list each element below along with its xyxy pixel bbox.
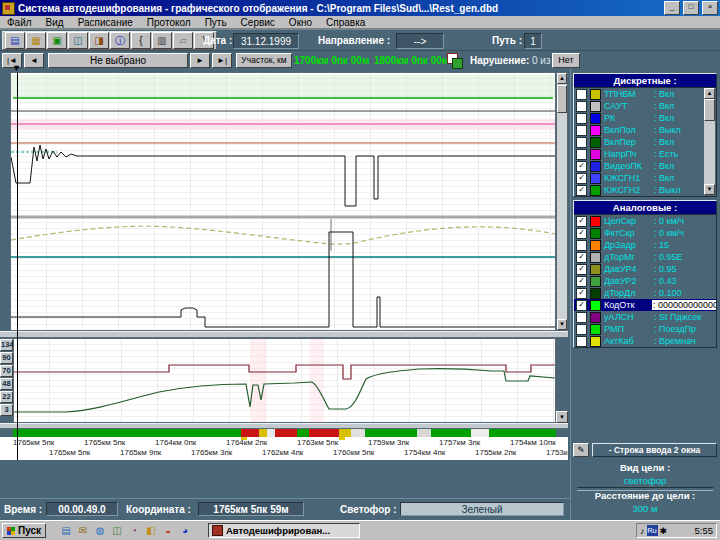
prev-button[interactable]: ◄ [24,53,44,68]
channel-row[interactable]: САУТ: Вкл [574,100,704,112]
mail-icon[interactable]: ✉ [76,524,90,537]
range-start-value[interactable]: 1700км 0пк 00м [294,55,369,66]
scale-button[interactable]: ◨ [89,32,109,49]
info-button[interactable]: ⓘ [110,32,130,49]
range-end-value[interactable]: 1800км 0пк 00м [374,55,449,66]
menu-item-окно[interactable]: Окно [282,17,319,28]
globe-icon[interactable]: ◍ [93,524,107,537]
channel-row[interactable]: ДрЗадр: 15 [574,239,716,251]
channel-checkbox[interactable]: ✓ [576,161,587,172]
channel-row[interactable]: ✓дТорМг: 0.95Е [574,251,716,263]
scroll-up-icon[interactable]: ▲ [704,88,715,99]
channel-checkbox[interactable] [576,137,587,148]
channel-checkbox[interactable]: ✓ [576,264,587,275]
channel-checkbox[interactable] [576,101,587,112]
channel-row[interactable]: ✓КЖСГН2: Выкл [574,184,704,196]
signal-field[interactable]: Зеленый [400,502,564,516]
channel-row[interactable]: ✓КодОтк: 000000000000 [574,299,716,311]
channel-checkbox[interactable] [576,240,587,251]
channel-row[interactable]: ВклПер: Вкл [574,136,704,148]
channel-checkbox[interactable]: ✓ [576,252,587,263]
channel-row[interactable]: ВклПол: Выкл [574,124,704,136]
menu-item-вид[interactable]: Вид [39,17,71,28]
print-button[interactable]: ▥ [152,32,172,49]
edit-icon[interactable]: ✎ [573,443,589,457]
splitter-bar[interactable] [0,331,568,338]
channel-checkbox[interactable] [576,324,587,335]
direction-field[interactable]: --> [396,33,444,49]
channel-checkbox[interactable] [576,89,587,100]
scroll-thumb[interactable] [704,99,715,121]
channel-checkbox[interactable]: ✓ [576,173,587,184]
menu-item-путь[interactable]: Путь [198,17,234,28]
channel-row[interactable]: РК: Вкл [574,112,704,124]
scheduler-icon[interactable]: ✱ [660,525,668,537]
channel-row[interactable]: ✓ВидеоПК: Вкл [574,160,704,172]
window-button[interactable]: ▱ [173,32,193,49]
channel-row[interactable]: ✓дТорДл: 0.100 [574,287,716,299]
menu-item-файл[interactable]: Файл [0,17,39,28]
monitor-button[interactable]: ◫ [68,32,88,49]
scroll-down-icon[interactable]: ▼ [704,184,715,195]
discrete-scrollbar[interactable]: ▲ ▼ [704,88,715,195]
no-button[interactable]: Нет [552,53,580,68]
channel-row[interactable]: ✓ДавУР2: 0.43 [574,275,716,287]
task-button[interactable]: Автодешифрирован... [208,523,360,538]
menu-item-сервис[interactable]: Сервис [234,17,282,28]
cursor-line[interactable] [17,72,18,460]
channel-row[interactable]: ✓КЖСГН1: Вкл [574,172,704,184]
volume-icon[interactable]: ♪ [640,525,645,537]
channel-checkbox[interactable]: ✓ [576,276,587,287]
channel-checkbox[interactable]: ✓ [576,300,587,311]
section-button[interactable]: Участок, км [236,53,292,68]
channel-checkbox[interactable]: ✓ [576,228,587,239]
channel-checkbox[interactable]: ✓ [576,216,587,227]
channel-checkbox[interactable] [576,336,587,347]
channel-checkbox[interactable] [576,125,587,136]
channel-checkbox[interactable] [576,312,587,323]
channel-checkbox[interactable] [576,113,587,124]
channel-checkbox[interactable]: ✓ [576,185,587,196]
speed-chart[interactable] [13,338,556,423]
brace-button[interactable]: { [131,32,151,49]
folder-icon[interactable]: ◧ [144,524,158,537]
selection-combo[interactable]: Не выбрано [48,53,188,68]
clock-icon[interactable]: ◔ [127,524,141,537]
scroll-up-icon[interactable]: ▲ [557,73,567,84]
title-bar[interactable]: Система автодешифрования - графического … [0,0,720,16]
channel-checkbox[interactable] [576,149,587,160]
menu-item-справка[interactable]: Справка [319,17,372,28]
channel-row[interactable]: ✓ФктСкр: 0 км/ч [574,227,716,239]
channel-row[interactable]: НапрПч: Есть [574,148,704,160]
graph-button[interactable]: ▣ [47,32,67,49]
new-file-button[interactable]: ▤ [5,32,25,49]
close-button[interactable]: × [702,1,718,15]
channel-checkbox[interactable]: ✓ [576,288,587,299]
channel-row[interactable]: уАЛСН: St Пджсек [574,311,716,323]
start-button[interactable]: Пуск [2,523,46,538]
path-field[interactable]: 1 [524,33,542,49]
last-button[interactable]: ►| [212,53,232,68]
doc-icon[interactable]: ◫ [110,524,124,537]
upper-chart[interactable] [10,72,556,331]
scroll-down-icon[interactable]: ▼ [556,411,568,423]
open-folder-button[interactable]: ▦ [26,32,46,49]
lang-indicator-icon[interactable]: Ru [647,525,658,536]
desktop-icon[interactable]: ▤ [59,524,73,537]
channel-row[interactable]: АктКаб: Времнач [574,335,716,347]
channel-row[interactable]: РМП: ПоездПр [574,323,716,335]
scroll-thumb[interactable] [557,85,567,113]
browser-icon[interactable]: ◕ [178,524,192,537]
channel-row[interactable]: ✓ДавУР4: 0.95 [574,263,716,275]
minimize-button[interactable]: _ [664,1,680,15]
chart-scrollbar[interactable]: ▲ ▼ [556,72,568,331]
maximize-button[interactable]: □ [683,1,699,15]
scroll-down-icon[interactable]: ▼ [557,319,567,330]
next-button[interactable]: ► [190,53,210,68]
menu-item-расписание[interactable]: Расписание [71,17,140,28]
channel-row[interactable]: ТПНБМ: Вкл [574,88,704,100]
menu-item-протокол[interactable]: Протокол [140,17,198,28]
media-icon[interactable]: ◒ [161,524,175,537]
date-field[interactable]: 31.12.1999 [233,33,299,49]
channel-row[interactable]: ✓ЦелСкр: 0 км/ч [574,215,716,227]
